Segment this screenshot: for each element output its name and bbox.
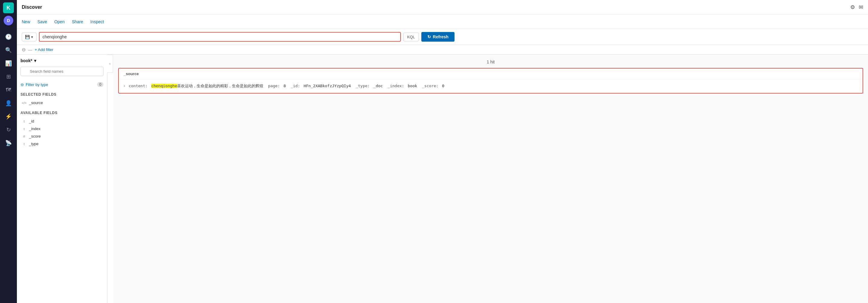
result-content: content: chenqionghe喜欢运动，生命是如此的精彩，生命是如此的… bbox=[129, 83, 444, 89]
action-bar: New Save Open Share Inspect bbox=[17, 14, 868, 29]
index-name: book* bbox=[21, 58, 32, 63]
nav-rail: K D 🕐 🔍 📊 ⊞ 🗺 👤 ⚡ ↻ 📡 bbox=[0, 0, 17, 303]
nav-refresh-icon[interactable]: ↻ bbox=[2, 124, 14, 136]
filter-type-row: ⊖ Filter by type 0 bbox=[21, 82, 103, 87]
nav-stack-icon[interactable]: ⚡ bbox=[2, 111, 14, 123]
field-type-icon-index: t bbox=[22, 127, 27, 131]
save-icon: 💾 bbox=[25, 35, 30, 39]
field-name-index: _index bbox=[29, 126, 40, 131]
field-type-icon-type: t bbox=[22, 142, 27, 146]
nav-user-icon[interactable]: 👤 bbox=[2, 97, 14, 109]
top-bar: Discover ⚙ ✉ bbox=[17, 0, 868, 14]
index-selector[interactable]: book* ▾ bbox=[21, 58, 103, 63]
index-dropdown-icon: ▾ bbox=[34, 58, 36, 63]
index-val: book bbox=[408, 84, 417, 88]
hit-label: hit bbox=[490, 59, 495, 64]
avatar-letter: D bbox=[7, 18, 10, 23]
rest-content-text: 喜欢运动，生命是如此的精彩，生命是如此的辉煌 bbox=[177, 84, 263, 88]
filter-icon: ⊖ bbox=[22, 47, 26, 53]
nav-signal-icon[interactable]: 📡 bbox=[2, 137, 14, 149]
available-fields-title: Available fields bbox=[21, 111, 103, 115]
dropdown-icon: ▾ bbox=[31, 35, 33, 39]
field-name-type: _type bbox=[29, 142, 39, 146]
score-key: _score: bbox=[422, 84, 438, 88]
search-fields-input[interactable] bbox=[21, 67, 103, 76]
hit-count: 1 hit bbox=[118, 59, 863, 64]
type-key: _type: bbox=[355, 84, 370, 88]
filter-row: ⊖ — + Add filter bbox=[17, 45, 868, 55]
id-key: _id: bbox=[291, 84, 300, 88]
filter-count-badge: 0 bbox=[97, 82, 103, 87]
filter-by-type-label: Filter by type bbox=[26, 82, 48, 87]
field-type-icon-score: # bbox=[22, 134, 27, 138]
result-row: › content: chenqionghe喜欢运动，生命是如此的精彩，生命是如… bbox=[119, 79, 863, 93]
save-button[interactable]: Save bbox=[37, 19, 47, 24]
page-title: Discover bbox=[22, 4, 850, 10]
toggle-icon: ‹ bbox=[110, 62, 111, 66]
refresh-spin-icon: ↻ bbox=[427, 34, 431, 39]
search-field-wrapper: 🔍 bbox=[21, 67, 103, 79]
new-button[interactable]: New bbox=[22, 19, 30, 24]
filter-by-type-button[interactable]: ⊖ Filter by type bbox=[21, 82, 48, 87]
settings-icon[interactable]: ⚙ bbox=[850, 4, 855, 10]
field-item-type[interactable]: t _type bbox=[21, 140, 103, 148]
filter-dash: — bbox=[28, 48, 32, 52]
selected-fields-title: Selected fields bbox=[21, 92, 103, 97]
result-source-label: _source bbox=[124, 71, 139, 76]
hit-number: 1 bbox=[487, 59, 489, 64]
results-area: 1 hit _source › content: chenqionghe喜欢运动… bbox=[114, 55, 868, 303]
sidebar: book* ▾ 🔍 ⊖ Filter by type 0 Selected fi… bbox=[17, 55, 107, 303]
field-name-score: _score bbox=[29, 134, 41, 139]
selected-field-source[interactable]: </> _source bbox=[21, 99, 103, 107]
refresh-label: Refresh bbox=[433, 34, 448, 39]
type-val: _doc bbox=[373, 84, 383, 88]
field-name-id: _id bbox=[29, 119, 34, 123]
share-button[interactable]: Share bbox=[72, 19, 83, 24]
content-key: content: bbox=[129, 84, 148, 88]
content-area: book* ▾ 🔍 ⊖ Filter by type 0 Selected fi… bbox=[17, 55, 868, 303]
available-fields-list: t _id t _index # _score t _type bbox=[21, 117, 103, 148]
query-input[interactable] bbox=[42, 34, 397, 39]
open-button[interactable]: Open bbox=[54, 19, 65, 24]
user-avatar[interactable]: D bbox=[4, 16, 13, 25]
refresh-button[interactable]: ↻ Refresh bbox=[421, 32, 455, 42]
main-area: Discover ⚙ ✉ New Save Open Share Inspect… bbox=[17, 0, 868, 303]
highlight-text: chenqionghe bbox=[151, 84, 177, 88]
id-val: HFn_2XABkofzJYzpQIy4 bbox=[304, 84, 351, 88]
app-logo[interactable]: K bbox=[3, 2, 14, 13]
add-filter-button[interactable]: + Add filter bbox=[35, 48, 53, 52]
nav-map-icon[interactable]: 🗺 bbox=[2, 84, 14, 96]
field-name-source: _source bbox=[29, 100, 43, 105]
logo-letter: K bbox=[7, 5, 10, 11]
index-key: _index: bbox=[388, 84, 404, 88]
page-key: page: bbox=[268, 84, 280, 88]
query-row: 💾 ▾ KQL ↻ Refresh bbox=[22, 32, 863, 42]
field-item-index[interactable]: t _index bbox=[21, 125, 103, 132]
result-card: _source › content: chenqionghe喜欢运动，生命是如此… bbox=[118, 68, 863, 94]
inspect-button[interactable]: Inspect bbox=[91, 19, 104, 24]
page-val: 8 bbox=[283, 84, 286, 88]
field-item-score[interactable]: # _score bbox=[21, 132, 103, 140]
query-bar: 💾 ▾ KQL ↻ Refresh bbox=[17, 29, 868, 45]
query-input-wrapper bbox=[39, 32, 401, 42]
result-header: _source bbox=[119, 68, 863, 79]
nav-search-icon[interactable]: 🔍 bbox=[2, 44, 14, 56]
field-type-icon-id: t bbox=[22, 120, 27, 123]
filter-type-icon: ⊖ bbox=[21, 82, 24, 87]
field-type-icon-source: </> bbox=[22, 101, 27, 105]
nav-grid-icon[interactable]: ⊞ bbox=[2, 71, 14, 83]
expand-button[interactable]: › bbox=[124, 83, 125, 88]
score-val: 0 bbox=[442, 84, 444, 88]
selected-fields-list: </> _source bbox=[21, 99, 103, 107]
kql-button[interactable]: KQL bbox=[403, 33, 419, 41]
field-item-id[interactable]: t _id bbox=[21, 117, 103, 125]
nav-chart-icon[interactable]: 📊 bbox=[2, 57, 14, 69]
save-query-button[interactable]: 💾 ▾ bbox=[22, 33, 36, 41]
top-bar-icons: ⚙ ✉ bbox=[850, 4, 863, 10]
nav-clock-icon[interactable]: 🕐 bbox=[2, 31, 14, 43]
mail-icon[interactable]: ✉ bbox=[859, 4, 863, 10]
toggle-sidebar-button[interactable]: ‹ bbox=[107, 55, 113, 73]
